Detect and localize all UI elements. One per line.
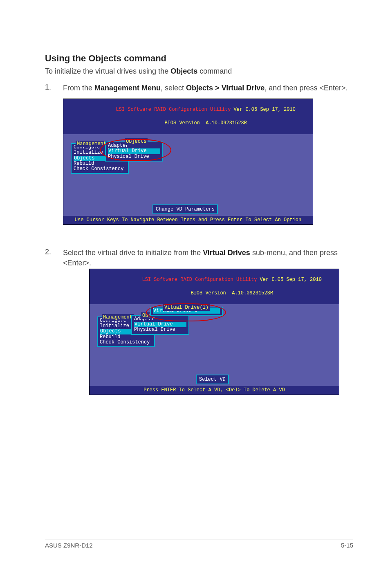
step-text: From the xyxy=(63,84,94,92)
step-number: 1. xyxy=(45,83,63,225)
intro-text-pre: To initialize the virtual drives using t… xyxy=(45,67,170,75)
step-2: 2. Select the virtual drive to initializ… xyxy=(45,248,353,395)
bios-title-bar: LSI Software RAID Configuration Utility … xyxy=(63,99,313,134)
submenu-item-virtual-drive: Virtual Drive xyxy=(108,148,160,154)
bios-title-line1a: LSI Software RAID Configuration Utility xyxy=(116,107,234,112)
footer-right: 5-15 xyxy=(341,542,353,549)
bios-title-line1b: Ver C.05 Sep 17, 2010 xyxy=(234,107,296,112)
bios-title-line2a: BIOS Version xyxy=(191,290,232,296)
menu-item-check-consistency: Check Consistency xyxy=(100,340,152,345)
footer-left: ASUS Z9NR-D12 xyxy=(45,542,93,549)
bios-hint-box: Select VD xyxy=(196,375,229,384)
menu-item-rebuild: Rebuild xyxy=(74,161,126,166)
page-footer: ASUS Z9NR-D12 5-15 xyxy=(45,539,353,549)
bios-title-line2a: BIOS Version xyxy=(164,120,206,126)
intro-text-post: command xyxy=(197,67,232,75)
submenu-item-physical-drive: Physical Drive xyxy=(134,327,186,332)
bios-title-line1b: Ver C.05 Sep 17, 2010 xyxy=(260,277,322,283)
bios-screenshot-1: LSI Software RAID Configuration Utility … xyxy=(63,99,313,225)
step-1: 1. From the Management Menu, select Obje… xyxy=(45,83,353,225)
bios-hint-box: Change VD Parameters xyxy=(152,204,218,214)
step-number: 2. xyxy=(45,248,63,395)
section-heading: Using the Objects command xyxy=(45,53,353,64)
bios-title-line2b: A.10.09231523R xyxy=(232,290,273,296)
menu-item-rebuild: Rebuild xyxy=(100,334,152,340)
bios-screenshot-2: LSI Software RAID Configuration Utility … xyxy=(89,269,339,395)
intro-paragraph: To initialize the virtual drives using t… xyxy=(45,67,353,76)
bios-title-line2b: A.10.09231523R xyxy=(206,120,247,126)
bios-title-bar: LSI Software RAID Configuration Utility … xyxy=(90,269,339,304)
bios-status-bar: Use Cursor Keys To Navigate Between Item… xyxy=(63,216,313,224)
bios-title-line1a: LSI Software RAID Configuration Utility xyxy=(142,277,260,283)
virtual-drive-submenu-label: Vitual Drive(1) xyxy=(163,304,210,311)
step-text: Select the virtual drive to initialize f… xyxy=(63,249,203,257)
step-bold: Management Menu xyxy=(94,84,161,92)
management-menu-label: Management xyxy=(102,314,134,321)
objects-submenu: Adapter Virtual Drive Physical Drive xyxy=(131,315,189,335)
step-text: , and then press <Enter>. xyxy=(264,84,347,92)
objects-submenu-label: Objects xyxy=(125,138,148,145)
menu-item-check-consistency: Check Consistency xyxy=(74,166,126,172)
step-bold: Virtual Drives xyxy=(203,249,250,257)
submenu-item-physical-drive: Physical Drive xyxy=(108,154,160,159)
management-menu-label: Management xyxy=(76,141,108,147)
intro-bold: Objects xyxy=(170,67,197,75)
step-text: , select xyxy=(161,84,186,92)
step-bold: Objects > Virtual Drive xyxy=(186,84,264,92)
bios-status-bar: Press ENTER To Select A VD, <Del> To Del… xyxy=(90,386,339,395)
